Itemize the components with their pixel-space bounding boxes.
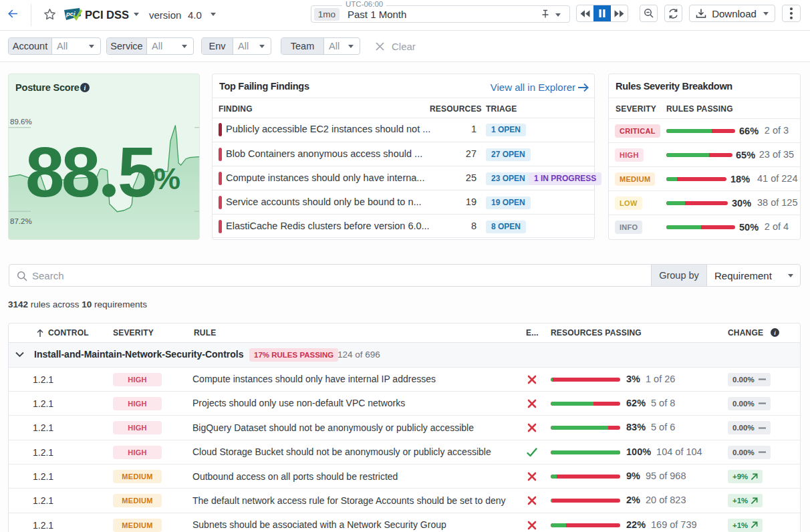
- svg-text:i: i: [774, 329, 776, 336]
